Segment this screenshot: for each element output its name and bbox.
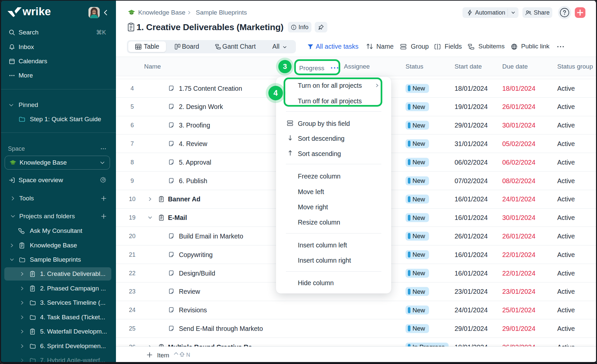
svg-text:N: N bbox=[186, 352, 190, 358]
